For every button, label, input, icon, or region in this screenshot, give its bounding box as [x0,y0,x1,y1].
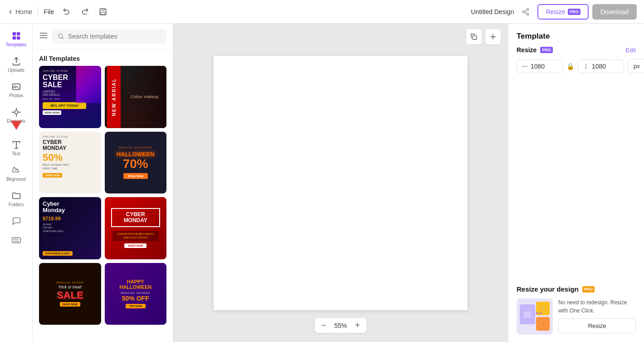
sidebar-item-templates[interactable]: Templates [3,27,30,51]
pro-badge: PRO [568,9,581,15]
canvas-area: − 55% + [173,24,508,342]
lock-icon: 🔒 [566,63,574,70]
background-label: Bkground [6,177,26,182]
svg-rect-2 [101,12,105,14]
design-title[interactable]: Untitled Design [471,8,514,15]
sidebar-item-folders[interactable]: Folders [3,187,30,211]
sidebar-item-chat[interactable] [3,213,30,230]
save-button[interactable] [96,5,110,19]
topbar-actions [59,5,110,19]
resize-design-section: Resize your design PRO EASTER SUNDAY BRU… [508,285,644,342]
keyboard-icon [11,235,21,245]
svg-point-12 [15,110,18,114]
zoom-in-button[interactable]: + [355,321,360,330]
panel-title: All Templates [33,50,173,66]
pro-badge-design: PRO [582,286,595,292]
add-page-button[interactable] [485,29,501,45]
chevron-left-icon [7,9,14,15]
template-card[interactable]: HAPPYHALLOWEEN SPECIAL OFFERS 50% OFF TR… [105,263,167,325]
pro-badge: PRO [540,47,553,53]
search-icon [57,33,64,40]
search-input[interactable] [68,33,161,40]
sidebar-item-text[interactable]: Text [3,136,30,160]
uploads-label: Uploads [8,68,24,73]
resize-label: Resize [517,46,537,54]
height-input[interactable] [592,63,619,70]
topbar-right: Resize PRO Download [537,4,637,20]
redo-icon [81,8,89,16]
zoom-out-button[interactable]: − [321,321,326,330]
search-container[interactable] [52,29,166,44]
templates-grid: ONLINE STORE CYBERSALE LIMITED24H DEALS … [33,66,173,331]
resize-preview-text: No need to redesign. Resize with One Cli… [558,298,636,333]
home-label: Home [15,8,32,15]
width-icon [522,63,528,69]
panel-header [33,24,173,50]
canvas-toolbar [466,29,501,45]
share-icon [522,8,530,16]
edit-link[interactable]: Edit [626,47,636,54]
svg-rect-8 [12,36,15,40]
sidebar-item-keyboard[interactable] [3,232,30,249]
add-icon [489,33,497,40]
share-button[interactable] [519,5,532,18]
sidebar-item-elements[interactable]: Elements [3,104,30,127]
file-menu[interactable]: File [44,8,54,15]
resize-action-button[interactable]: Resize [558,318,636,333]
text-label: Text [12,151,20,156]
undo-button[interactable] [59,5,74,19]
unit-select[interactable]: px in cm [628,59,644,73]
menu-icon[interactable] [39,31,48,42]
resize-desc: No need to redesign. Resize with One Cli… [558,298,636,315]
template-card[interactable]: NEW ARRIAL Colour makeup [105,66,167,128]
resize-label: Resize [546,8,565,15]
folders-label: Folders [9,202,24,207]
text-icon [11,140,21,150]
panel-title: Template [508,24,644,46]
elements-icon [11,107,21,117]
width-input-wrap [517,59,563,73]
divider [38,7,38,16]
height-input-wrap [578,59,624,73]
svg-rect-1 [102,9,104,10]
template-card[interactable]: CyberMonday $719.99 1B RAM1TB SSDCONFIGU… [39,197,101,259]
redo-button[interactable] [78,5,92,19]
zoom-level: 55% [332,322,350,329]
photos-label: Photos [9,93,23,98]
svg-point-4 [523,10,525,13]
undo-icon [63,8,71,16]
resize-section-header: Resize PRO Edit [517,46,636,54]
main-layout: Templates Uploads Photos Elements [0,24,644,342]
copy-icon [470,33,478,40]
uploads-icon [11,56,21,66]
sidebar-item-uploads[interactable]: Uploads [3,53,30,76]
resize-button[interactable]: Resize PRO [537,4,588,20]
svg-rect-6 [12,32,15,35]
resize-preview-image: EASTER SUNDAY BRUNCH 🐰 🥕 ⟷ [517,298,553,335]
template-card[interactable]: SPECIAL OFFER Trick or treat! SALE SHOP … [39,263,101,325]
template-card[interactable]: ONLINE STORE CYBERMONDAY 50% BEST OFFERS… [39,132,101,194]
arrow-indicator [11,121,22,130]
sidebar-item-photos[interactable]: Photos [3,78,30,102]
folders-icon [11,191,21,201]
svg-rect-13 [12,238,20,243]
templates-icon [11,31,21,41]
height-icon [583,63,589,69]
template-card[interactable]: Special Discount HALLOWEEN 70% Shop Now [105,132,167,194]
svg-point-5 [527,13,529,15]
topbar: Home File [0,0,644,24]
topbar-center: Untitled Design [471,5,532,18]
copy-page-button[interactable] [466,29,482,45]
home-button[interactable]: Home [7,8,32,15]
template-card[interactable]: CYBERMONDAY LOOKING FOR THE BEST DEALS?C… [105,197,167,259]
zoom-bar: − 55% + [315,318,366,333]
width-input[interactable] [531,63,558,70]
topbar-left: Home File [7,5,465,19]
template-card[interactable]: ONLINE STORE CYBERSALE LIMITED24H DEALS … [39,66,101,128]
hamburger-icon [39,31,48,40]
chat-icon [11,216,21,226]
svg-rect-9 [16,36,20,40]
sidebar-item-background[interactable]: Bkground [3,162,30,185]
download-button[interactable]: Download [592,4,637,20]
canvas-page [214,56,468,310]
